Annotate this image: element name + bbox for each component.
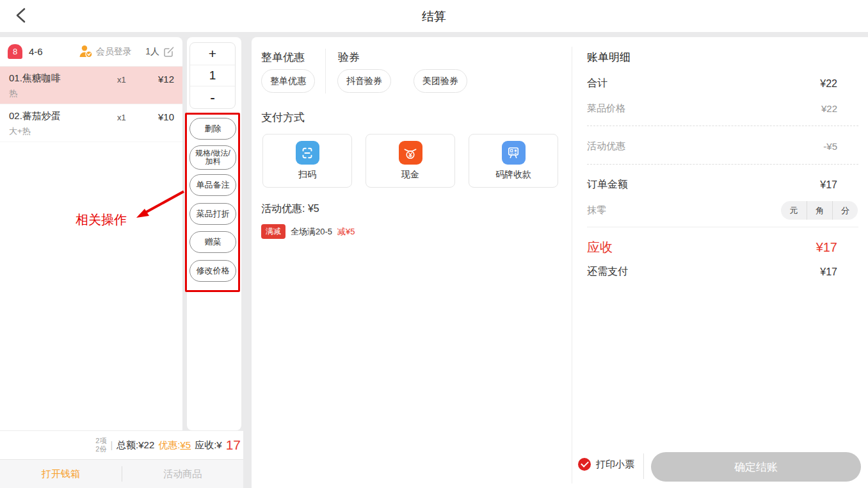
pay-cash-button[interactable]: 现金 xyxy=(366,134,455,188)
pay-qr-plate-label: 码牌收款 xyxy=(495,169,531,181)
member-login-button[interactable]: 会员登录 xyxy=(79,45,132,58)
section-divider xyxy=(325,49,326,94)
meituan-coupon-button[interactable]: 美团验券 xyxy=(414,69,467,93)
due-amount-label: 应收:¥ xyxy=(195,439,222,451)
item-spec: 大+热 xyxy=(9,126,174,137)
rounding-row: 抹零 元 角 分 xyxy=(587,201,858,220)
bill-row-due: 应收 ¥17 xyxy=(587,239,837,256)
dashed-divider xyxy=(587,164,858,165)
remaining-value: ¥17 xyxy=(820,266,837,278)
order-discount-title: 整单优惠 xyxy=(261,50,305,65)
item-price: ¥12 xyxy=(158,74,174,85)
due-amount-value: 17 xyxy=(226,437,241,453)
payment-title: 支付方式 xyxy=(261,110,305,125)
panel-divider xyxy=(572,47,572,484)
open-cash-drawer-button[interactable]: 打开钱箱 xyxy=(0,468,122,480)
item-qty: x1 xyxy=(117,113,126,122)
qty-increase-button[interactable]: + xyxy=(190,43,235,65)
cash-envelope-icon xyxy=(399,141,422,165)
rounding-label: 抹零 xyxy=(587,204,606,216)
confirm-checkout-button[interactable]: 确定结账 xyxy=(651,452,861,482)
top-bar: 结算 xyxy=(0,0,868,32)
qty-value: 1 xyxy=(190,65,235,86)
delete-item-button[interactable]: 删除 xyxy=(189,118,236,140)
edit-icon xyxy=(163,45,175,58)
checkout-screen: 结算 8 4-6 会员登录 1人 01.焦糖咖啡 热 x1 xyxy=(0,0,868,488)
totals-separator: | xyxy=(110,440,113,450)
promo-products-button[interactable]: 活动商品 xyxy=(122,468,244,480)
order-item-row[interactable]: 02.蕃茄炒蛋 大+热 x1 ¥10 xyxy=(0,104,182,142)
bill-value: ¥22 xyxy=(821,103,837,114)
pay-cash-label: 现金 xyxy=(401,169,419,181)
item-count: 2项 xyxy=(95,437,106,445)
pay-scan-button[interactable]: 扫码 xyxy=(262,134,352,188)
table-badge: 8 xyxy=(8,44,22,59)
rounding-option-fen[interactable]: 分 xyxy=(832,201,858,220)
due-value: ¥17 xyxy=(816,240,837,255)
guest-count: 1人 xyxy=(145,46,159,58)
order-totals-bar: 2项 2份 | 总额:¥22 优惠:¥5 应收:¥ 17 xyxy=(0,430,243,459)
qr-stand-icon xyxy=(502,141,526,165)
bill-label: 菜品价格 xyxy=(587,102,625,115)
print-receipt-label: 打印小票 xyxy=(596,459,634,471)
bill-row-remaining: 还需支付 ¥17 xyxy=(587,265,837,279)
rounding-segmented-control: 元 角 分 xyxy=(781,201,858,220)
promo-title: 活动优惠: ¥5 xyxy=(261,202,319,216)
item-name: 02.蕃茄炒蛋 xyxy=(9,110,174,122)
dish-discount-button[interactable]: 菜品打折 xyxy=(189,203,236,225)
gift-dish-button[interactable]: 赠菜 xyxy=(189,231,236,253)
order-item-row[interactable]: 01.焦糖咖啡 热 x1 ¥12 xyxy=(0,67,182,104)
spec-method-addon-button[interactable]: 规格/做法/加料 xyxy=(189,145,236,170)
discount-amount: 优惠:¥5 xyxy=(158,439,191,451)
item-name: 01.焦糖咖啡 xyxy=(9,72,174,85)
checkmark-icon xyxy=(578,458,591,471)
douyin-coupon-button[interactable]: 抖音验券 xyxy=(337,69,391,93)
item-price: ¥10 xyxy=(158,111,174,122)
annotation-arrow-icon xyxy=(131,188,189,223)
dashed-divider xyxy=(587,126,858,126)
print-receipt-toggle[interactable]: 打印小票 xyxy=(578,458,634,471)
item-note-button[interactable]: 单品备注 xyxy=(189,174,236,196)
qty-decrease-button[interactable]: - xyxy=(190,86,235,108)
bill-row-promo-discount: 活动优惠 -¥5 xyxy=(587,140,837,152)
left-footer-bar: 打开钱箱 活动商品 xyxy=(0,459,243,488)
pay-scan-label: 扫码 xyxy=(298,169,316,181)
item-spec: 热 xyxy=(9,88,174,99)
bill-value: ¥22 xyxy=(820,78,837,90)
bill-row-order-amount: 订单金额 ¥17 xyxy=(587,178,837,191)
quantity-stepper: + 1 - xyxy=(189,42,236,109)
table-name: 4-6 xyxy=(29,46,43,57)
rounding-option-jiao[interactable]: 角 xyxy=(807,201,832,220)
bill-label: 合计 xyxy=(587,77,607,90)
guest-count-editor[interactable]: 1人 xyxy=(145,45,175,58)
bill-value: ¥17 xyxy=(820,179,837,191)
page-title: 结算 xyxy=(0,8,868,25)
rounding-option-yuan[interactable]: 元 xyxy=(781,201,807,220)
item-counts: 2项 2份 xyxy=(95,437,106,453)
bill-row-dish-price: 菜品价格 ¥22 xyxy=(587,102,837,115)
portion-count: 2份 xyxy=(95,445,106,453)
bill-label: 活动优惠 xyxy=(587,140,625,152)
annotation-label: 相关操作 xyxy=(76,211,127,229)
bill-row-total: 合计 ¥22 xyxy=(587,77,837,90)
promo-badge: 满减 xyxy=(261,224,285,239)
order-discount-button[interactable]: 整单优惠 xyxy=(261,69,315,93)
member-login-label: 会员登录 xyxy=(96,46,132,58)
bill-label: 订单金额 xyxy=(587,178,628,191)
promo-desc: 全场满20-5 xyxy=(291,226,332,238)
promo-row: 满减 全场满20-5 减¥5 xyxy=(261,224,355,239)
total-amount: 总额:¥22 xyxy=(117,439,154,451)
checkout-divider xyxy=(643,453,644,479)
item-qty: x1 xyxy=(117,75,126,85)
pay-qr-plate-button[interactable]: 码牌收款 xyxy=(469,134,558,188)
bill-title: 账单明细 xyxy=(587,50,631,65)
due-label: 应收 xyxy=(587,239,613,256)
member-icon xyxy=(79,45,93,58)
order-header: 8 4-6 会员登录 1人 xyxy=(0,37,182,67)
bill-value: -¥5 xyxy=(823,141,837,152)
promo-reduction: 减¥5 xyxy=(337,226,355,238)
coupon-title: 验券 xyxy=(338,50,360,65)
solid-divider xyxy=(587,227,858,227)
scan-icon xyxy=(296,141,319,165)
change-price-button[interactable]: 修改价格 xyxy=(189,260,236,282)
